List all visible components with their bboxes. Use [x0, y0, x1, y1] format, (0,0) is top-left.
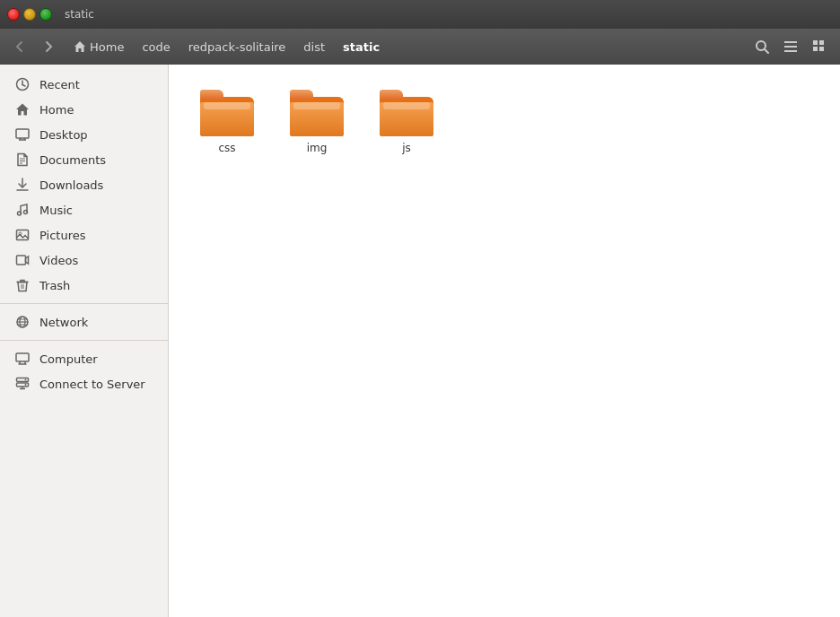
- folder-icon-css: [200, 90, 254, 136]
- breadcrumb-dist-label: dist: [303, 40, 325, 54]
- svg-rect-34: [16, 353, 29, 361]
- sidebar-item-pictures[interactable]: Pictures: [0, 222, 168, 248]
- svg-line-11: [22, 85, 25, 87]
- breadcrumb-home[interactable]: Home: [65, 37, 133, 57]
- trash-icon: [14, 277, 31, 293]
- server-icon: [14, 376, 31, 392]
- breadcrumb: Home code redpack-solitaire dist static: [65, 37, 745, 57]
- svg-rect-3: [784, 46, 797, 48]
- grid-view-button[interactable]: [806, 33, 833, 60]
- file-content: css img js: [169, 65, 840, 617]
- videos-icon: [14, 252, 31, 268]
- breadcrumb-redpack-label: redpack-solitaire: [188, 40, 286, 54]
- desktop-icon: [14, 126, 31, 143]
- back-button[interactable]: [7, 34, 32, 59]
- svg-line-1: [765, 49, 768, 53]
- breadcrumb-code[interactable]: code: [133, 37, 179, 57]
- svg-rect-6: [819, 40, 824, 45]
- svg-rect-8: [819, 47, 824, 51]
- folder-css-label: css: [218, 142, 235, 154]
- sidebar-label-connect-to-server: Connect to Server: [39, 378, 145, 391]
- sidebar: Recent Home Desktop: [0, 65, 169, 617]
- search-button[interactable]: [748, 33, 775, 60]
- svg-rect-38: [17, 378, 29, 382]
- breadcrumb-static-label: static: [343, 40, 380, 54]
- list-view-button[interactable]: [777, 33, 804, 60]
- svg-rect-4: [784, 50, 797, 52]
- pictures-icon: [14, 227, 31, 243]
- close-button[interactable]: [7, 8, 20, 21]
- window-controls: [7, 8, 52, 21]
- forward-button[interactable]: [36, 34, 61, 59]
- sidebar-item-music[interactable]: Music: [0, 197, 168, 222]
- sidebar-item-home[interactable]: Home: [0, 97, 168, 122]
- sidebar-divider-1: [0, 303, 168, 304]
- sidebar-label-downloads: Downloads: [39, 178, 103, 192]
- svg-rect-39: [17, 383, 29, 387]
- folder-js[interactable]: js: [366, 83, 447, 161]
- download-icon: [14, 177, 31, 193]
- files-grid: css img js: [187, 83, 822, 161]
- svg-rect-25: [17, 256, 26, 265]
- breadcrumb-redpack[interactable]: redpack-solitaire: [179, 37, 295, 57]
- svg-rect-7: [813, 47, 818, 51]
- breadcrumb-code-label: code: [142, 40, 170, 54]
- sidebar-item-trash[interactable]: Trash: [0, 273, 168, 298]
- svg-rect-2: [784, 41, 797, 43]
- breadcrumb-static[interactable]: static: [334, 37, 389, 57]
- sidebar-item-downloads[interactable]: Downloads: [0, 172, 168, 197]
- document-icon: [14, 152, 31, 168]
- svg-rect-5: [813, 40, 818, 45]
- sidebar-label-desktop: Desktop: [39, 128, 88, 142]
- window-title: static: [65, 8, 94, 21]
- folder-css[interactable]: css: [187, 83, 267, 161]
- sidebar-item-computer[interactable]: Computer: [0, 346, 168, 371]
- sidebar-label-videos: Videos: [39, 254, 78, 267]
- sidebar-label-pictures: Pictures: [39, 229, 85, 242]
- folder-icon-img: [290, 90, 344, 136]
- toolbar: Home code redpack-solitaire dist static: [0, 29, 840, 65]
- folder-img[interactable]: img: [276, 83, 357, 161]
- sidebar-label-home: Home: [39, 103, 74, 117]
- sidebar-label-documents: Documents: [39, 153, 106, 167]
- breadcrumb-dist[interactable]: dist: [294, 37, 334, 57]
- sidebar-item-network[interactable]: Network: [0, 309, 168, 335]
- sidebar-label-trash: Trash: [39, 279, 70, 292]
- main-layout: Recent Home Desktop: [0, 65, 840, 617]
- minimize-button[interactable]: [23, 8, 36, 21]
- folder-img-label: img: [307, 142, 328, 154]
- clock-icon: [14, 76, 31, 92]
- sidebar-label-recent: Recent: [39, 78, 80, 91]
- folder-icon-js: [380, 90, 433, 136]
- sidebar-item-desktop[interactable]: Desktop: [0, 122, 168, 147]
- sidebar-divider-2: [0, 340, 168, 341]
- svg-point-41: [25, 384, 27, 386]
- titlebar: static: [0, 0, 840, 29]
- toolbar-actions: [748, 33, 833, 60]
- svg-rect-12: [16, 129, 29, 138]
- network-icon: [14, 314, 31, 330]
- sidebar-label-computer: Computer: [39, 352, 98, 366]
- maximize-button[interactable]: [39, 8, 52, 21]
- svg-point-40: [25, 379, 27, 381]
- music-icon: [14, 202, 31, 218]
- sidebar-label-network: Network: [39, 316, 88, 329]
- home-icon: [14, 101, 31, 117]
- computer-icon: [14, 351, 31, 367]
- folder-js-label: js: [402, 142, 411, 154]
- svg-point-22: [24, 211, 28, 214]
- sidebar-item-connect-to-server[interactable]: Connect to Server: [0, 371, 168, 396]
- sidebar-label-music: Music: [39, 204, 73, 217]
- sidebar-item-recent[interactable]: Recent: [0, 72, 168, 97]
- sidebar-item-videos[interactable]: Videos: [0, 248, 168, 273]
- svg-point-21: [18, 212, 22, 215]
- breadcrumb-home-label: Home: [90, 40, 124, 54]
- sidebar-item-documents[interactable]: Documents: [0, 147, 168, 172]
